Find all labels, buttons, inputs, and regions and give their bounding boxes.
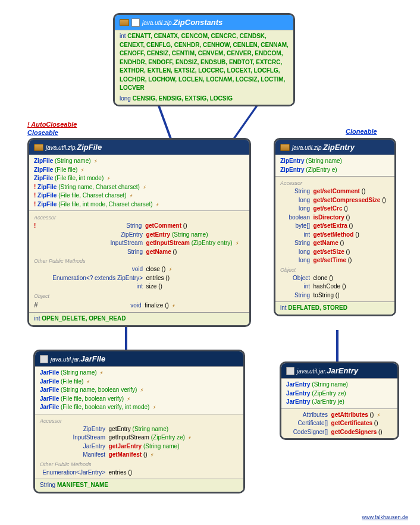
accessors: Accessor String get/setComment () long g… [275,176,394,301]
interface-cloneable: Cloneable [346,128,377,135]
constructors: JarEntry (String name) JarEntry (ZipEntr… [281,378,397,408]
class-header: java.util.jar.JarFile [35,351,243,366]
class-icon [40,355,48,363]
static-constants: String MANIFEST_NAME [35,479,243,492]
class-jarfile: java.util.jar.JarFile JarFile (String na… [33,350,245,493]
constants-compartment: int CENATT, CENATX, CENCOM, CENCRC, CEND… [115,30,293,105]
constructors: ZipEntry (String name) ZipEntry (ZipEntr… [275,155,394,176]
static-constants: int OPEN_DELETE, OPEN_READ [29,312,249,325]
interface-icon [131,18,140,27]
package-icon [280,144,290,151]
connector [336,330,338,362]
constructors: ZipFile (String name) ⚡ ZipFile (File fi… [29,155,249,210]
package-icon [34,144,43,151]
accessors: Accessor !String getComment () ZipEntry … [29,210,249,312]
constructors: JarFile (String name) ⚡ JarFile (File fi… [35,366,243,414]
class-header: java.util.zip.ZipEntry [275,140,394,155]
class-zipfile: java.util.zip.ZipFile ZipFile (String na… [27,138,251,327]
class-icon [286,367,294,375]
class-zipconstants: java.util.zip.ZipConstants int CENATT, C… [113,13,295,106]
accessors: Accessor ZipEntry getEntry (String name)… [35,414,243,479]
package-icon [120,19,129,26]
class-zipentry: java.util.zip.ZipEntry ZipEntry (String … [274,138,396,316]
class-header: java.util.zip.ZipConstants [115,15,293,30]
static-constants: int DEFLATED, STORED [275,301,394,315]
footer-link[interactable]: www.falkhausen.de [362,514,408,520]
interface-autocloseable: ! AutoCloseable [27,121,77,128]
interface-closeable: Closeable [27,129,58,136]
class-jarentry: java.util.jar.JarEntry JarEntry (String … [280,361,399,440]
methods: Attributes getAttributes () ⚡ Certificat… [281,408,397,439]
class-header: java.util.zip.ZipFile [29,140,249,155]
class-header: java.util.jar.JarEntry [281,363,397,378]
